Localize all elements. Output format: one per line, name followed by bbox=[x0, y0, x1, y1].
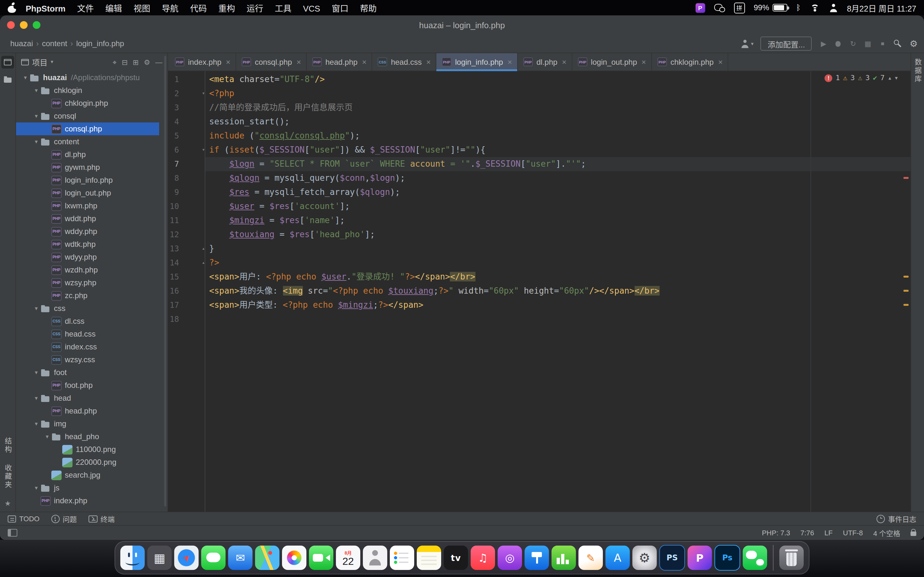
search-everywhere-icon[interactable] bbox=[894, 39, 903, 48]
code-line-3[interactable]: 3//简单的登录成功后，用户信息展示页 bbox=[168, 101, 911, 115]
code-text[interactable]: $logn = "SELECT * FROM `user` WHERE acco… bbox=[205, 157, 911, 171]
tree-item-wddy.php[interactable]: PHPwddy.php bbox=[16, 225, 159, 238]
dock-appstore[interactable]: A bbox=[606, 546, 630, 570]
dock-tv[interactable]: tv bbox=[444, 546, 468, 570]
menu-item-窗口[interactable]: 窗口 bbox=[326, 3, 354, 13]
code-line-11[interactable]: 11 $mingzi = $res['name']; bbox=[168, 213, 911, 227]
minimize-window-button[interactable] bbox=[20, 21, 27, 29]
tree-item-head.php[interactable]: PHPhead.php bbox=[16, 405, 159, 417]
dock-trash[interactable] bbox=[779, 546, 804, 570]
tab-index.php[interactable]: PHPindex.php× bbox=[170, 53, 236, 71]
tree-item-consql.php[interactable]: PHPconsql.php bbox=[16, 122, 159, 135]
tab-dl.php[interactable]: PHPdl.php× bbox=[518, 53, 572, 71]
code-text[interactable]: } bbox=[205, 242, 911, 256]
dock-podcasts[interactable]: ◎ bbox=[498, 546, 522, 570]
editor[interactable]: 1<meta charset="UTF-8"/>2▾<?php3//简单的登录成… bbox=[168, 71, 911, 512]
project-panel-title[interactable]: 项目 bbox=[32, 56, 47, 67]
line-number[interactable]: 2▾ bbox=[168, 87, 205, 101]
dock-launchpad[interactable]: ▦ bbox=[147, 546, 172, 570]
profiler-icon[interactable]: ▦ bbox=[863, 39, 872, 48]
wifi-icon[interactable] bbox=[810, 4, 820, 11]
code-text[interactable]: ?> bbox=[205, 256, 911, 270]
code-line-12[interactable]: 12 $touxiang = $res['head_pho']; bbox=[168, 227, 911, 242]
dock-phpstorm[interactable]: P bbox=[688, 546, 712, 570]
chevron-down-icon[interactable]: ▾ bbox=[32, 369, 40, 376]
close-window-button[interactable] bbox=[7, 21, 15, 29]
tree-item-chklogin.php[interactable]: PHPchklogin.php bbox=[16, 97, 159, 110]
dock-photos[interactable] bbox=[282, 546, 306, 570]
database-tool-button[interactable]: 数据库 bbox=[913, 58, 923, 83]
status-item[interactable]: LF bbox=[825, 529, 833, 537]
code-line-9[interactable]: 9 $res = mysqli_fetch_array($qlogn); bbox=[168, 185, 911, 199]
tree-item-foot.php[interactable]: PHPfoot.php bbox=[16, 379, 159, 392]
tab-head.css[interactable]: CSShead.css× bbox=[372, 53, 436, 71]
tree-item-wzdh.php[interactable]: PHPwzdh.php bbox=[16, 263, 159, 276]
menu-item-文件[interactable]: 文件 bbox=[71, 3, 99, 13]
locate-icon[interactable]: ⌖ bbox=[113, 58, 116, 66]
user-account-icon[interactable] bbox=[829, 3, 838, 12]
line-number[interactable]: 8 bbox=[168, 171, 205, 185]
line-number[interactable]: 5 bbox=[168, 129, 205, 143]
fold-icon[interactable]: ▾ bbox=[200, 87, 207, 101]
tree-item-js[interactable]: ▾js bbox=[16, 482, 159, 494]
code-text[interactable] bbox=[205, 312, 911, 326]
battery-status[interactable]: 99% bbox=[754, 3, 787, 12]
line-number[interactable]: 16 bbox=[168, 284, 205, 298]
code-text[interactable]: $user = $res['account']; bbox=[205, 199, 911, 213]
dock-keynote[interactable] bbox=[525, 546, 549, 570]
code-line-10[interactable]: 10 $user = $res['account']; bbox=[168, 199, 911, 213]
menu-item-工具[interactable]: 工具 bbox=[269, 3, 297, 13]
dock-notes[interactable] bbox=[417, 546, 441, 570]
tree-item-lxwm.php[interactable]: PHPlxwm.php bbox=[16, 199, 159, 212]
stripe-mark-warning[interactable] bbox=[903, 290, 909, 292]
code-line-6[interactable]: 6▾if (isset($_SESSION["user"]) && $_SESS… bbox=[168, 143, 911, 157]
line-number[interactable]: 3 bbox=[168, 101, 205, 115]
tree-item-110000.png[interactable]: 110000.png bbox=[16, 443, 159, 456]
stop-icon[interactable]: ■ bbox=[878, 39, 887, 48]
prev-problem-icon[interactable]: ▲ bbox=[888, 75, 891, 81]
tree-item-head.css[interactable]: CSShead.css bbox=[16, 327, 159, 340]
close-icon[interactable]: × bbox=[642, 57, 646, 66]
tree-item-huazai[interactable]: ▾huazai/Applications/phpstu bbox=[16, 71, 159, 84]
chevron-down-icon[interactable]: ▾ bbox=[51, 59, 53, 65]
next-problem-icon[interactable]: ▼ bbox=[895, 75, 898, 81]
menu-item-PhpStorm[interactable]: PhpStorm bbox=[20, 3, 71, 13]
chevron-down-icon[interactable]: ▾ bbox=[32, 113, 40, 119]
tree-item-head_pho[interactable]: ▾head_pho bbox=[16, 430, 159, 443]
inspections-widget[interactable]: ! 1 ⚠ 3 ⚠ 3 ✔ 7 ▲ ▼ bbox=[822, 73, 900, 83]
dock-reminders[interactable] bbox=[390, 546, 414, 570]
code-line-1[interactable]: 1<meta charset="UTF-8"/> bbox=[168, 73, 911, 87]
code-line-18[interactable]: 18 bbox=[168, 312, 911, 326]
line-number[interactable]: 14▴ bbox=[168, 256, 205, 270]
zoom-window-button[interactable] bbox=[33, 21, 40, 29]
menu-item-帮助[interactable]: 帮助 bbox=[354, 3, 383, 13]
line-number[interactable]: 15 bbox=[168, 270, 205, 284]
fold-icon[interactable]: ▾ bbox=[200, 143, 207, 157]
tree-item-chklogin[interactable]: ▾chklogin bbox=[16, 84, 159, 97]
line-number[interactable]: 4 bbox=[168, 115, 205, 129]
close-icon[interactable]: × bbox=[426, 57, 431, 66]
chevron-down-icon[interactable]: ▾ bbox=[32, 485, 40, 491]
tree-item-img[interactable]: ▾img bbox=[16, 417, 159, 430]
tree-item-index.php[interactable]: PHPindex.php bbox=[16, 494, 159, 507]
code-text[interactable]: $touxiang = $res['head_pho']; bbox=[205, 227, 911, 242]
code-text[interactable]: $mingzi = $res['name']; bbox=[205, 213, 911, 227]
code-line-2[interactable]: 2▾<?php bbox=[168, 87, 911, 101]
wechat-menubar-icon[interactable] bbox=[714, 3, 725, 12]
breadcrumb-item[interactable]: content bbox=[41, 39, 69, 48]
chevron-down-icon[interactable]: ▾ bbox=[32, 139, 40, 145]
toolwindow-tab-TODO[interactable]: TODO bbox=[8, 515, 39, 522]
close-icon[interactable]: × bbox=[226, 57, 230, 66]
run-configuration-select[interactable]: 添加配置... bbox=[761, 37, 812, 51]
line-number[interactable]: 1 bbox=[168, 73, 205, 87]
tree-item-zc.php[interactable]: PHPzc.php bbox=[16, 289, 159, 302]
code-text[interactable]: if (isset($_SESSION["user"]) && $_SESSIO… bbox=[205, 143, 911, 157]
line-number[interactable]: 7 bbox=[168, 157, 205, 171]
input-method-icon[interactable]: 拼 bbox=[734, 2, 745, 13]
dock-mail[interactable]: ✉ bbox=[228, 546, 252, 570]
tree-item-dl.css[interactable]: CSSdl.css bbox=[16, 315, 159, 327]
code-text[interactable]: session_start(); bbox=[205, 115, 911, 129]
code-line-16[interactable]: 16<span>我的头像: <img src="<?php echo $toux… bbox=[168, 284, 911, 298]
project-tool-button[interactable] bbox=[1, 56, 14, 69]
structure-tool-button[interactable]: 结构 bbox=[3, 437, 13, 454]
